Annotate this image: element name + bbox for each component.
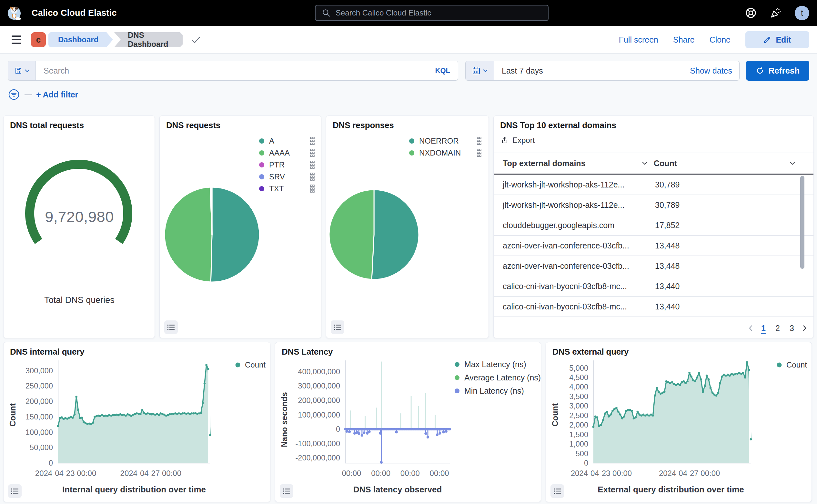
- list-icon: [282, 486, 291, 496]
- column-header-count[interactable]: Count: [654, 153, 795, 174]
- news-icon[interactable]: [770, 7, 782, 19]
- pie-slice-NOERROR[interactable]: [372, 190, 419, 279]
- legend-toggle-button[interactable]: [331, 320, 344, 334]
- svg-text:3,000: 3,000: [569, 402, 588, 410]
- svg-text:2024-04-27 00:00: 2024-04-27 00:00: [120, 469, 182, 478]
- drag-handle-icon[interactable]: [310, 161, 315, 169]
- legend-toggle-button[interactable]: [8, 484, 22, 498]
- area-chart[interactable]: 05001,0001,5002,0002,5003,0003,5004,0004…: [547, 356, 767, 485]
- global-search-input[interactable]: [336, 8, 541, 17]
- legend-label[interactable]: PTR: [269, 160, 310, 169]
- saved-query-menu[interactable]: [8, 61, 36, 80]
- share-button[interactable]: Share: [673, 35, 695, 45]
- panel-dns-latency: DNS Latency Max Latency (ns) Average Lat…: [275, 342, 541, 502]
- legend-item: Average Latency (ns): [455, 373, 541, 382]
- legend-item: Min Latency (ns): [455, 386, 541, 395]
- space-badge[interactable]: c: [31, 32, 46, 47]
- legend-item: NXDOMAIN: [409, 148, 481, 157]
- legend-item: Max Latency (ns): [455, 360, 541, 369]
- pie-slice-A[interactable]: [211, 187, 259, 282]
- page-number-2[interactable]: 2: [773, 324, 782, 333]
- export-button[interactable]: Export: [501, 136, 535, 145]
- cell-count: 13,440: [655, 276, 680, 296]
- cell-domain: calico-cni-ivan-byocni-03cfb8-mc...: [503, 297, 627, 317]
- drag-handle-icon[interactable]: [310, 149, 315, 157]
- svg-text:250,000: 250,000: [25, 382, 53, 390]
- legend-label[interactable]: NXDOMAIN: [419, 148, 477, 157]
- chevron-down-icon: [483, 69, 488, 72]
- panel-dns-top-domains: DNS Top 10 external domains Export Top e…: [493, 116, 814, 338]
- line-chart[interactable]: 400,000,000300,000,000200,000,000100,000…: [277, 356, 464, 485]
- global-search[interactable]: [315, 5, 549, 21]
- svg-text:400,000,000: 400,000,000: [298, 368, 340, 376]
- list-icon: [166, 322, 176, 332]
- drag-handle-icon[interactable]: [310, 185, 315, 193]
- pie-slice-AAAA[interactable]: [165, 187, 212, 282]
- svg-text:00:00: 00:00: [342, 469, 361, 478]
- area-chart[interactable]: 050,000100,000150,000200,000250,000300,0…: [5, 356, 231, 485]
- refresh-button[interactable]: Refresh: [746, 61, 809, 81]
- cell-count: 13,448: [655, 256, 680, 276]
- time-picker-menu[interactable]: [466, 61, 494, 80]
- chevron-down-icon: [25, 69, 29, 72]
- page-number-3[interactable]: 3: [788, 324, 796, 333]
- legend-item: SRV: [259, 172, 315, 181]
- pie-slice-NXDOMAIN[interactable]: [329, 190, 374, 279]
- edit-button[interactable]: Edit: [745, 31, 809, 48]
- legend-toggle-button[interactable]: [164, 320, 178, 334]
- legend-item: PTR: [259, 160, 315, 169]
- time-range-value[interactable]: Last 7 days: [502, 66, 690, 76]
- drag-handle-icon[interactable]: [477, 137, 481, 145]
- help-icon[interactable]: [745, 7, 757, 19]
- show-dates-button[interactable]: Show dates: [690, 66, 732, 76]
- pencil-icon: [763, 36, 771, 44]
- add-filter-button[interactable]: + Add filter: [36, 90, 78, 99]
- kql-search-input[interactable]: [36, 61, 435, 80]
- svg-text:-100,000,000: -100,000,000: [295, 439, 340, 448]
- legend-label[interactable]: AAAA: [269, 148, 310, 157]
- legend-label[interactable]: Max Latency (ns): [464, 360, 541, 369]
- page-next-icon[interactable]: [802, 324, 807, 332]
- drag-handle-icon[interactable]: [477, 149, 481, 157]
- legend-toggle-button[interactable]: [280, 484, 293, 498]
- gauge-value: 9,720,980: [4, 208, 155, 226]
- legend-dot: [409, 150, 414, 156]
- panel-title: DNS external query: [552, 347, 629, 357]
- refresh-icon: [756, 66, 764, 75]
- kql-toggle[interactable]: KQL: [435, 61, 458, 80]
- legend-label[interactable]: A: [269, 136, 310, 146]
- cell-domain: calico-cni-ivan-byocni-03cfb8-mc...: [503, 276, 627, 296]
- pie-slice-TXT[interactable]: [211, 187, 212, 235]
- table-row: azcni-over-ivan-conference-03cfb... 13,4…: [494, 236, 813, 256]
- svg-text:00:00: 00:00: [430, 469, 449, 478]
- legend-label[interactable]: Min Latency (ns): [464, 386, 541, 396]
- legend-label[interactable]: NOERROR: [419, 136, 477, 146]
- breadcrumb-dashboard[interactable]: Dashboard: [48, 32, 113, 47]
- avatar[interactable]: t: [795, 6, 809, 20]
- cell-domain: azcni-over-ivan-conference-03cfb...: [503, 236, 629, 256]
- chart-legend[interactable]: Count: [777, 360, 807, 369]
- cell-domain: jlt-worksh-jlt-workshop-aks-112e...: [503, 195, 624, 215]
- calico-logo-icon[interactable]: [6, 5, 22, 21]
- chart-legend[interactable]: Count: [235, 360, 266, 369]
- menu-icon[interactable]: [12, 35, 23, 45]
- svg-text:150,000: 150,000: [25, 413, 53, 421]
- svg-text:100,000: 100,000: [25, 428, 53, 437]
- clone-button[interactable]: Clone: [710, 35, 731, 45]
- table-scrollbar[interactable]: [800, 176, 804, 269]
- legend-label[interactable]: Average Latency (ns): [464, 373, 541, 382]
- legend-toggle-button[interactable]: [550, 484, 564, 498]
- legend-label[interactable]: SRV: [269, 172, 310, 181]
- drag-handle-icon[interactable]: [310, 137, 315, 145]
- filter-icon[interactable]: [8, 88, 20, 101]
- page-number-1[interactable]: 1: [759, 324, 768, 333]
- column-header-domains[interactable]: Top external domains: [503, 153, 648, 174]
- chevron-down-icon: [790, 161, 795, 165]
- page-prev-icon[interactable]: [748, 324, 753, 332]
- cell-domain: jlt-worksh-jlt-workshop-aks-112e...: [503, 175, 624, 195]
- cell-count: 13,440: [655, 297, 680, 317]
- legend-label[interactable]: TXT: [269, 184, 310, 193]
- fullscreen-button[interactable]: Full screen: [619, 35, 658, 45]
- drag-handle-icon[interactable]: [310, 173, 315, 181]
- svg-text:0: 0: [584, 459, 588, 467]
